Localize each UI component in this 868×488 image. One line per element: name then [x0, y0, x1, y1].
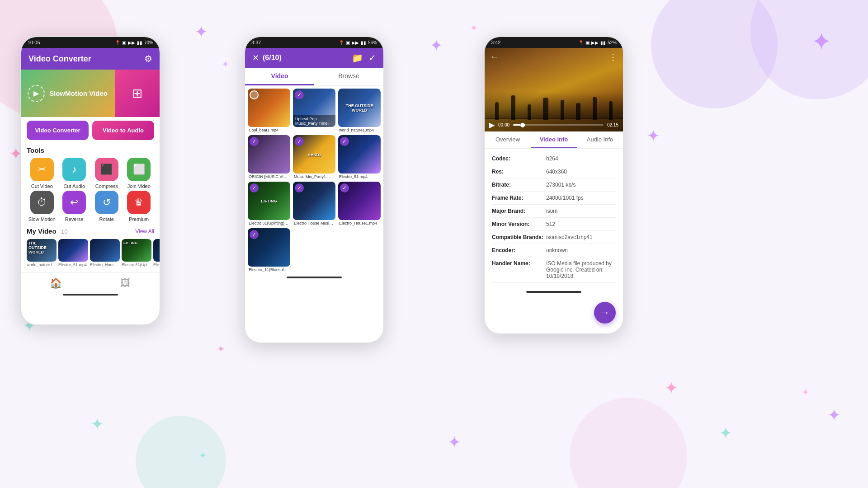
tool-compress[interactable]: ⬛ Compress	[91, 158, 122, 189]
phone2-tabs: Video Browse	[245, 68, 383, 86]
video-progress-bar[interactable]	[513, 124, 604, 126]
nav-home[interactable]: 🏠	[21, 277, 90, 289]
info-bitrate-value: 273001 kb/s	[546, 182, 616, 188]
phone2-header: ✕ (6/10) 📁 ✓	[245, 48, 383, 68]
phone1-hero: ▶ SlowMotion Video ⊞	[21, 70, 160, 117]
info-codec-value: h264	[546, 155, 616, 162]
tool-reverse[interactable]: ↩ Reverse	[59, 191, 90, 222]
thumb-bluesolar[interactable]: Ele...	[153, 239, 160, 267]
vg-electro-house[interactable]: ✓ Electro House Music_Mixed1.mp4	[293, 182, 335, 225]
vg-electro-house1-check: ✓	[340, 183, 349, 192]
compress-icon-box: ⬛	[95, 158, 118, 181]
join-video-icon: ⬜	[133, 164, 145, 175]
info-compat-brands-value: isomiso2avc1mp41	[546, 234, 616, 240]
hero-right-btn[interactable]: ⊞	[115, 70, 160, 117]
vg-lifting[interactable]: ✓ LIFTING Electro 61(Uplifting).mp4	[248, 182, 290, 225]
tab-browse[interactable]: Browse	[314, 68, 383, 85]
fab-next-button[interactable]: →	[594, 302, 616, 324]
thumb-bluesolar-img	[153, 239, 160, 262]
grid-icon: ⊞	[132, 86, 142, 101]
rotate-icon-box: ↺	[95, 191, 118, 214]
join-video-icon-box: ⬜	[127, 158, 151, 181]
vg-lifting-label: Electro 61(Uplifting).mp4	[248, 221, 290, 225]
phone3-header-overlay: ← ⋮	[485, 48, 623, 66]
vg-cool-beat-label: Cool_beat1.mp4	[248, 128, 290, 132]
cut-audio-icon-box: ♪	[62, 158, 86, 181]
hero-slowmotion-btn[interactable]: ▶ SlowMotion Video	[21, 70, 115, 117]
tab-video-info[interactable]: Video Info	[531, 131, 577, 148]
phone1-title: Video Converter	[28, 54, 91, 64]
info-framerate-value: 24000/1001 fps	[546, 195, 616, 201]
info-major-brand-row: Major Brand: isom	[492, 205, 616, 218]
reverse-icon-box: ↩	[62, 191, 86, 214]
video-thumbnails: THEOUTSIDEWORLD world_nature1... Electro…	[21, 237, 160, 269]
thumb-electro-house-img	[90, 239, 120, 262]
slow-motion-icon-box: ⏱	[30, 191, 54, 214]
vg-origin[interactable]: ✓ ORIGIN [MUSIC VIDEO]_dj1.mp4	[248, 135, 290, 179]
phone2-folder-icon[interactable]: 📁	[352, 52, 363, 63]
more-icon[interactable]: ⋮	[609, 52, 618, 62]
tool-slow-motion[interactable]: ⏱ Slow Motion	[27, 191, 57, 222]
vg-bluesolar[interactable]: ✓ Electeo_11(Bluesolar).mp4	[248, 228, 290, 272]
vg-world-nature-label: world_nature1.mp4	[338, 128, 381, 132]
vg-music-mix[interactable]: ✓ nesto Music Mix_Party1.mp4	[293, 135, 335, 179]
vg-origin-thumb: ✓	[248, 135, 290, 174]
info-framerate-row: Frame Rate: 24000/1001 fps	[492, 192, 616, 205]
cut-video-label: Cut Video	[31, 183, 53, 189]
back-icon[interactable]: ←	[490, 52, 499, 62]
vg-bluesolar-thumb: ✓	[248, 228, 290, 267]
phone2-close-icon[interactable]: ✕	[252, 53, 259, 63]
video-duration: 02:15	[607, 122, 618, 127]
vg-upbeat-overlay: Upbeat Pop Music_Party Time!	[293, 115, 335, 127]
tool-cut-audio[interactable]: ♪ Cut Audio	[59, 158, 90, 189]
phone2: 3:37 📍▣▶▶▮▮56% ✕ (6/10) 📁 ✓ Video Browse	[244, 36, 384, 343]
vg-cool-beat[interactable]: Cool_beat1.mp4	[248, 89, 290, 132]
fab-arrow-icon: →	[600, 307, 610, 319]
phone2-confirm-icon[interactable]: ✓	[368, 52, 376, 63]
info-compat-brands-label: Compatible Brands:	[492, 234, 546, 240]
cut-video-icon: ✂	[38, 164, 46, 175]
my-video-header: My Video 10 View All	[21, 224, 160, 237]
settings-icon[interactable]: ⚙	[144, 53, 152, 64]
thumb-world-nature[interactable]: THEOUTSIDEWORLD world_nature1...	[27, 239, 57, 267]
vg-electro51-thumb: ✓	[338, 135, 381, 174]
tool-cut-video[interactable]: ✂ Cut Video	[27, 158, 57, 189]
cut-video-icon-box: ✂	[30, 158, 54, 181]
thumb-world-nature-label: world_nature1...	[27, 263, 57, 267]
premium-label: Premium	[129, 216, 149, 222]
tool-join-video[interactable]: ⬜ Join Video	[124, 158, 155, 189]
compress-icon: ⬛	[100, 164, 113, 175]
tab-audio-info[interactable]: Audio Info	[577, 131, 623, 148]
tab-video[interactable]: Video	[245, 68, 314, 85]
vg-bluesolar-check: ✓	[250, 230, 259, 239]
thumb-lifting-img: LIFTING	[122, 239, 151, 262]
vg-electro51[interactable]: ✓ Electro_51.mp4	[338, 135, 381, 179]
nav-gallery[interactable]: 🖼	[90, 277, 160, 289]
info-res-label: Res:	[492, 169, 546, 175]
view-all-link[interactable]: View All	[135, 228, 154, 235]
info-bitrate-label: Bitrate:	[492, 182, 546, 188]
vg-world-nature[interactable]: THE OUTSIDE WORLD world_nature1.mp4	[338, 89, 381, 132]
reverse-icon: ↩	[70, 197, 78, 208]
tool-rotate[interactable]: ↺ Rotate	[91, 191, 122, 222]
vg-upbeat[interactable]: ✓ Upbeat Pop Music_Party Time!	[293, 89, 335, 132]
thumb-electro51[interactable]: Electro_51.mp4	[58, 239, 88, 267]
tool-premium[interactable]: ♛ Premium	[124, 191, 155, 222]
video-converter-button[interactable]: Video Converter	[27, 121, 89, 140]
phone1-home-indicator	[63, 294, 118, 296]
phone2-status-icons: 📍▣▶▶▮▮56%	[339, 40, 377, 45]
info-res-row: Res: 640x360	[492, 165, 616, 178]
vg-electro-house-check: ✓	[295, 183, 304, 192]
thumb-electro51-label: Electro_51.mp4	[58, 263, 88, 267]
video-play-button[interactable]: ▶	[489, 121, 495, 129]
thumb-lifting[interactable]: LIFTING Electro 61(Upl...	[122, 239, 151, 267]
vg-electro-house1[interactable]: ✓ Electro_House1.mp4	[338, 182, 381, 225]
info-bitrate-row: Bitrate: 273001 kb/s	[492, 178, 616, 192]
vg-electro-house1-thumb: ✓	[338, 182, 381, 220]
video-to-audio-button[interactable]: Video to Audio	[92, 121, 154, 140]
gallery-icon: 🖼	[120, 277, 130, 289]
phone1-time: 10:05	[28, 40, 40, 45]
tab-overview[interactable]: Overview	[485, 131, 531, 148]
thumb-electro-house[interactable]: Electro_House...	[90, 239, 120, 267]
info-minor-version-row: Minor Version: 512	[492, 218, 616, 231]
